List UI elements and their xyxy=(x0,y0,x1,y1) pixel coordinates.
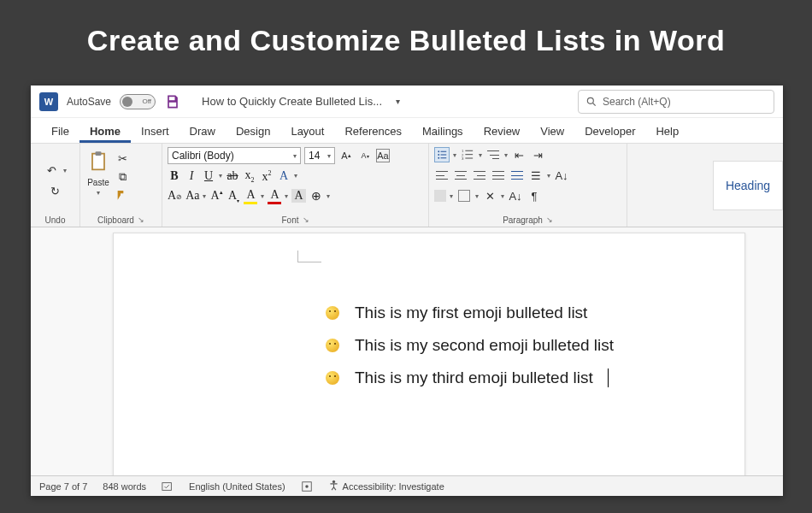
list-item[interactable]: This is my second emoji bulleted list xyxy=(326,329,614,362)
chevron-down-icon[interactable]: ▾ xyxy=(501,192,504,200)
superscript-button[interactable]: x2 xyxy=(260,169,274,184)
tab-mailings[interactable]: Mailings xyxy=(412,120,474,143)
decrease-indent-icon[interactable]: ⇤ xyxy=(511,147,527,162)
paragraph-launcher-icon[interactable]: ↘ xyxy=(546,215,553,225)
text-effects-icon[interactable]: A xyxy=(277,169,291,183)
numbering-button[interactable]: 123 xyxy=(460,147,475,162)
bullets-button[interactable] xyxy=(434,147,450,162)
sort-az-icon[interactable]: A↓ xyxy=(508,188,523,203)
clear-formatting-icon[interactable]: A⊘ xyxy=(168,189,182,203)
save-icon[interactable] xyxy=(164,93,181,110)
list-item[interactable]: This is my third emoji bulleted list xyxy=(326,362,614,394)
undo-dropdown-icon[interactable]: ▾ xyxy=(63,167,67,174)
chevron-down-icon[interactable]: ▾ xyxy=(203,192,206,200)
status-spellcheck-icon[interactable] xyxy=(162,481,174,492)
document-content[interactable]: This is my first emoji bulleted list Thi… xyxy=(326,297,614,394)
tab-developer[interactable]: Developer xyxy=(574,120,645,143)
tab-draw[interactable]: Draw xyxy=(179,120,226,143)
chevron-down-icon[interactable]: ▾ xyxy=(450,192,453,200)
text-effects-dropdown-icon[interactable]: ▾ xyxy=(294,172,297,180)
clipboard-launcher-icon[interactable]: ↘ xyxy=(138,215,144,225)
search-input[interactable]: Search (Alt+Q) xyxy=(578,90,774,114)
change-case-icon[interactable]: Aa xyxy=(376,149,390,162)
list-item[interactable]: This is my first emoji bulleted list xyxy=(326,297,614,329)
bold-button[interactable]: B xyxy=(168,169,181,183)
slide-title: Create and Customize Bulleted Lists in W… xyxy=(0,0,812,73)
font-size-select[interactable]: 14 ▾ xyxy=(304,147,335,164)
style-heading[interactable]: Heading xyxy=(713,161,783,210)
status-page[interactable]: Page 7 of 7 xyxy=(39,481,87,492)
enclose-char-icon[interactable]: ⊕ xyxy=(309,189,323,203)
spacing-dropdown-icon[interactable]: ▾ xyxy=(547,172,550,180)
tab-help[interactable]: Help xyxy=(645,120,689,143)
ruler-indent-marker[interactable] xyxy=(297,251,321,262)
chevron-down-icon[interactable]: ▾ xyxy=(327,192,330,200)
line-spacing-icon[interactable]: ☰ xyxy=(528,168,544,183)
borders-icon[interactable] xyxy=(456,188,472,203)
asian-layout-icon[interactable]: ✕ xyxy=(482,188,497,203)
show-marks-icon[interactable]: ¶ xyxy=(527,188,542,203)
undo-icon[interactable]: ↶ xyxy=(44,162,60,178)
underline-button[interactable]: U xyxy=(202,169,215,183)
status-macro-icon[interactable] xyxy=(301,481,313,492)
tab-references[interactable]: References xyxy=(334,120,411,143)
align-center-icon[interactable] xyxy=(453,168,468,183)
format-painter-icon[interactable] xyxy=(115,188,130,203)
increase-indent-icon[interactable]: ⇥ xyxy=(530,147,545,162)
grow-font-icon[interactable]: A▴ xyxy=(338,148,354,163)
ribbon-group-paragraph: ▾ 123 ▾ ▾ ⇤ ⇥ ☰▾ A↓ xyxy=(429,144,627,227)
paragraph-group-label: Paragraph xyxy=(503,215,543,225)
font-color-icon[interactable]: A xyxy=(268,188,281,204)
underline-dropdown-icon[interactable]: ▾ xyxy=(219,172,222,180)
copy-icon[interactable]: ⧉ xyxy=(115,169,130,185)
tab-review[interactable]: Review xyxy=(474,120,531,143)
font-launcher-icon[interactable]: ↘ xyxy=(303,215,309,225)
shrink-font2-icon[interactable]: A▾ xyxy=(227,189,240,203)
tab-insert[interactable]: Insert xyxy=(131,120,179,143)
borders-dropdown-icon[interactable]: ▾ xyxy=(475,192,479,200)
subscript-button[interactable]: x2 xyxy=(243,168,256,184)
shading-icon[interactable]: A xyxy=(291,189,305,203)
tab-design[interactable]: Design xyxy=(226,120,280,143)
align-right-icon[interactable] xyxy=(472,168,487,183)
tab-layout[interactable]: Layout xyxy=(280,120,334,143)
bullets-dropdown-icon[interactable]: ▾ xyxy=(453,151,456,159)
svg-rect-15 xyxy=(465,158,473,159)
status-language[interactable]: English (United States) xyxy=(189,481,285,492)
document-area[interactable]: This is my first emoji bulleted list Thi… xyxy=(31,227,783,475)
strikethrough-button[interactable]: ab xyxy=(226,169,239,183)
font-name-select[interactable]: Calibri (Body) ▾ xyxy=(168,147,301,164)
multilevel-list-button[interactable] xyxy=(485,147,501,162)
sort-icon[interactable]: A↓ xyxy=(554,168,569,183)
italic-button[interactable]: I xyxy=(185,169,198,183)
tab-home[interactable]: Home xyxy=(79,120,131,143)
document-page[interactable]: This is my first emoji bulleted list Thi… xyxy=(113,233,745,475)
highlight-color-icon[interactable]: A xyxy=(244,188,257,204)
document-title[interactable]: How to Quickly Create Bulleted Lis... xyxy=(202,95,382,108)
grow-font2-icon[interactable]: A▴ xyxy=(209,189,223,203)
emoji-bullet-icon xyxy=(326,371,339,385)
shading-para-icon[interactable] xyxy=(434,190,446,202)
paste-button[interactable]: Paste ▾ xyxy=(85,147,111,197)
tab-file[interactable]: File xyxy=(41,120,79,143)
list-item-text: This is my third emoji bulleted list xyxy=(355,362,593,394)
redo-icon[interactable]: ↻ xyxy=(48,183,63,198)
font-color-dropdown-icon[interactable]: ▾ xyxy=(285,192,288,200)
multilevel-dropdown-icon[interactable]: ▾ xyxy=(504,151,508,159)
autosave-toggle[interactable]: Off xyxy=(120,94,156,109)
highlight-dropdown-icon[interactable]: ▾ xyxy=(261,192,264,200)
numbering-dropdown-icon[interactable]: ▾ xyxy=(479,151,482,159)
tab-view[interactable]: View xyxy=(530,120,574,143)
distributed-icon[interactable] xyxy=(509,168,525,183)
justify-icon[interactable] xyxy=(491,168,506,183)
doc-title-dropdown-icon[interactable]: ▾ xyxy=(396,97,400,106)
cut-icon[interactable]: ✂ xyxy=(115,150,130,166)
shrink-font-icon[interactable]: A▾ xyxy=(357,148,373,163)
status-words[interactable]: 848 words xyxy=(103,481,146,492)
phonetic-guide-icon[interactable]: Aa xyxy=(185,189,199,203)
status-accessibility[interactable]: Accessibility: Investigate xyxy=(328,480,444,493)
paste-dropdown-icon[interactable]: ▾ xyxy=(97,189,100,197)
text-cursor xyxy=(608,369,609,387)
align-left-icon[interactable] xyxy=(434,168,450,183)
font-name-value: Calibri (Body) xyxy=(172,150,234,162)
